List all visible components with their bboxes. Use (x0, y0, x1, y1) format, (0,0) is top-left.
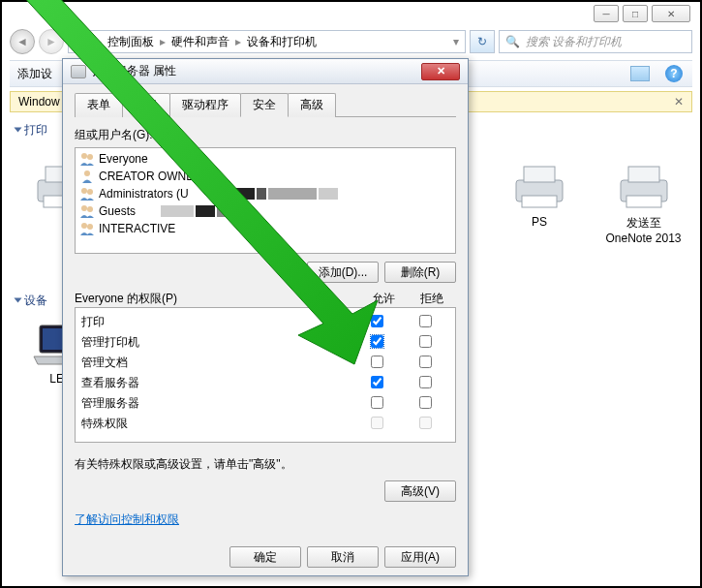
deny-checkbox[interactable] (419, 396, 432, 409)
permission-row: 特殊权限 (81, 414, 449, 434)
svg-point-13 (87, 154, 93, 160)
allow-checkbox[interactable] (371, 315, 383, 327)
tab-ports[interactable]: 端口 (122, 93, 170, 117)
info-text: Window (18, 95, 60, 108)
permission-name: 特殊权限 (81, 416, 352, 432)
search-placeholder: 搜索 设备和打印机 (526, 34, 622, 50)
printer-icon (508, 163, 570, 209)
user-name: Everyone (99, 152, 148, 166)
add-user-button[interactable]: 添加(D)... (307, 262, 379, 283)
group-icon (79, 186, 95, 201)
permission-name: 管理打印机 (81, 334, 352, 351)
tab-forms[interactable]: 表单 (75, 93, 123, 117)
deny-checkbox (419, 417, 432, 429)
add-device-button[interactable]: 添加设 (17, 66, 52, 82)
forward-button[interactable]: ► (39, 29, 64, 54)
svg-rect-9 (626, 196, 661, 207)
group-icon (79, 169, 95, 184)
apply-button[interactable]: 应用(A) (384, 546, 456, 568)
tab-drivers[interactable]: 驱动程序 (169, 93, 241, 117)
crumb-seg[interactable]: 控制面板 (107, 34, 154, 50)
group-icon (79, 221, 95, 236)
user-name: Guests (99, 204, 136, 218)
svg-point-18 (87, 206, 93, 212)
allow-checkbox (371, 417, 383, 429)
search-icon: 🔍 (505, 35, 520, 48)
group-users-label: 组或用户名(G): (75, 127, 456, 143)
dialog-titlebar[interactable]: 打印服务器 属性 ✕ (63, 59, 468, 84)
address-bar: ◄ ► ▸ 控制面板 ▸ 硬件和声音 ▸ 设备和打印机 ▾ ↻ 🔍 搜索 设备和… (10, 29, 692, 54)
printer-icon (613, 163, 675, 209)
allow-checkbox[interactable] (371, 396, 383, 409)
minimize-button[interactable]: ─ (594, 5, 619, 22)
svg-rect-5 (524, 167, 555, 182)
expand-icon (15, 298, 22, 303)
ok-button[interactable]: 确定 (229, 546, 301, 568)
tab-strip: 表单 端口 驱动程序 安全 高级 (75, 92, 456, 117)
printers-section-header[interactable]: 打印 (15, 122, 47, 139)
permissions-list: 打印 管理打印机 管理文档 查看服务器 管理服务器 特殊权限 (75, 307, 456, 443)
deny-checkbox[interactable] (419, 356, 432, 368)
user-list[interactable]: Everyone CREATOR OWNER Administrators (U… (75, 147, 456, 254)
dialog-buttons: 确定 取消 应用(A) (229, 546, 456, 568)
chevron-right-icon: ▸ (96, 35, 102, 48)
infobar-close-icon[interactable]: ✕ (674, 95, 684, 108)
deny-checkbox[interactable] (419, 376, 432, 388)
svg-point-16 (87, 189, 93, 195)
deny-column-header: 拒绝 (408, 291, 456, 307)
close-button[interactable]: ✕ (652, 5, 690, 22)
devices-section-header[interactable]: 设备 (15, 293, 47, 309)
chevron-right-icon: ▸ (235, 35, 241, 48)
user-row[interactable]: Guests (77, 202, 453, 220)
dialog-close-button[interactable]: ✕ (421, 63, 460, 80)
svg-point-14 (84, 170, 90, 176)
cancel-button[interactable]: 取消 (307, 546, 379, 568)
group-icon (79, 203, 95, 219)
allow-checkbox[interactable] (371, 356, 383, 368)
printer-item[interactable]: 发送至 OneNote 2013 (602, 163, 685, 245)
tab-security[interactable]: 安全 (240, 93, 289, 117)
printer-item[interactable]: PS (496, 163, 583, 229)
user-row[interactable]: INTERACTIVE (77, 220, 453, 237)
dialog-title: 打印服务器 属性 (92, 63, 176, 79)
remove-user-button[interactable]: 删除(R) (384, 262, 456, 283)
permissions-header: Everyone 的权限(P) 允许 拒绝 (75, 291, 456, 307)
dropdown-icon[interactable]: ▾ (453, 35, 459, 48)
svg-point-19 (81, 223, 87, 229)
breadcrumb[interactable]: ▸ 控制面板 ▸ 硬件和声音 ▸ 设备和打印机 ▾ (68, 30, 466, 53)
tab-advanced[interactable]: 高级 (288, 93, 336, 117)
deny-checkbox[interactable] (419, 315, 432, 327)
user-row[interactable]: CREATOR OWNER (77, 168, 453, 185)
allow-checkbox[interactable] (371, 376, 383, 388)
printer-small-icon (71, 65, 86, 78)
advanced-hint-text: 有关特殊权限或高级设置，请单击"高级"。 (75, 456, 456, 473)
chevron-right-icon: ▸ (160, 35, 166, 48)
help-icon[interactable]: ? (665, 65, 683, 82)
crumb-seg[interactable]: 设备和打印机 (247, 34, 317, 50)
user-name: INTERACTIVE (99, 222, 175, 235)
deny-checkbox[interactable] (419, 335, 432, 348)
user-row[interactable]: Everyone (77, 150, 453, 168)
crumb-seg[interactable]: 硬件和声音 (171, 34, 229, 50)
allow-column-header: 允许 (359, 291, 408, 307)
user-row[interactable]: Administrators (U (77, 185, 453, 202)
advanced-button[interactable]: 高级(V) (384, 480, 456, 502)
permissions-label: Everyone 的权限(P) (75, 291, 359, 307)
refresh-button[interactable]: ↻ (470, 30, 495, 53)
window-controls: ─ □ ✕ (594, 5, 690, 22)
section-label: 打印 (24, 123, 47, 137)
group-icon (79, 151, 95, 167)
search-input[interactable]: 🔍 搜索 设备和打印机 (499, 30, 692, 53)
permission-name: 管理服务器 (81, 395, 352, 412)
user-name: CREATOR OWNER (99, 170, 202, 183)
maximize-button[interactable]: □ (623, 5, 648, 22)
learn-access-control-link[interactable]: 了解访问控制和权限 (75, 511, 179, 528)
back-button[interactable]: ◄ (10, 29, 35, 54)
permission-row: 管理打印机 (81, 332, 449, 353)
section-label: 设备 (24, 294, 47, 307)
permission-row: 打印 (81, 312, 449, 332)
permission-row: 查看服务器 (81, 373, 449, 393)
view-options-button[interactable] (630, 66, 650, 81)
control-panel-icon (75, 34, 90, 49)
allow-checkbox[interactable] (371, 335, 383, 348)
